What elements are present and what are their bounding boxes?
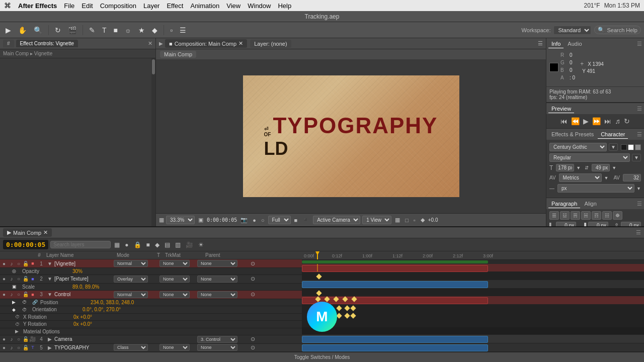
- timeline-tab[interactable]: ▶ Main Comp ✕: [3, 228, 52, 237]
- workspace-select[interactable]: Standard: [553, 26, 591, 35]
- tl-new-comp-btn[interactable]: ▦: [113, 241, 121, 249]
- stroke-swatch2[interactable]: [635, 144, 641, 150]
- tl-color-btn[interactable]: ■: [145, 241, 151, 249]
- stopwatch-icon-ori[interactable]: ⏱: [22, 307, 32, 312]
- tab-audio[interactable]: Audio: [565, 40, 585, 48]
- prev-forward-frame[interactable]: ⏩: [591, 116, 602, 126]
- info-panel-menu-icon[interactable]: ☰: [637, 41, 642, 47]
- char-panel-menu-icon[interactable]: ☰: [637, 131, 642, 138]
- opacity-value[interactable]: 30%: [72, 268, 83, 274]
- solo-icon-1[interactable]: ○: [15, 261, 22, 266]
- lock-icon-2[interactable]: 🔓: [22, 276, 29, 282]
- solo-icon-2[interactable]: ○: [15, 276, 22, 282]
- keyframe-1[interactable]: [316, 274, 321, 280]
- toolbar-rotate-tool[interactable]: ↻: [52, 25, 63, 35]
- viewer-matte-btn[interactable]: ○: [260, 217, 266, 224]
- tab-layer[interactable]: Layer: (none): [250, 40, 291, 48]
- toolbar-align-tool[interactable]: ☰: [177, 25, 189, 35]
- expand-icon-pos[interactable]: ▶: [12, 300, 22, 305]
- parent-select-2[interactable]: None: [197, 276, 237, 283]
- trkmat-select-5[interactable]: None: [159, 344, 190, 351]
- stopwatch-icon-yrot[interactable]: ⏱: [15, 322, 23, 327]
- layer-expand-4[interactable]: ▶: [46, 336, 53, 342]
- keyframe-scale-1[interactable]: [316, 290, 321, 296]
- toolbar-hand-tool[interactable]: ✋: [16, 25, 29, 35]
- tab-info[interactable]: Info: [548, 40, 564, 48]
- layer-mode-select-1[interactable]: Normal: [114, 260, 148, 267]
- orientation-value[interactable]: 0.0°, 0.0°, 270.0°: [83, 307, 121, 312]
- tab-effect-controls[interactable]: Effect Controls: Vignette: [16, 40, 78, 47]
- kf-ori-4b[interactable]: [350, 313, 356, 318]
- close-panel-icon[interactable]: ✕: [148, 40, 152, 47]
- viewer-fit-btn[interactable]: ▣: [197, 216, 205, 224]
- menu-composition[interactable]: Composition: [100, 2, 136, 10]
- menu-effect[interactable]: Effect: [167, 2, 183, 10]
- tab-preview[interactable]: Preview: [548, 105, 574, 113]
- fill-swatch[interactable]: [621, 144, 627, 150]
- tab-character[interactable]: Character: [598, 130, 628, 139]
- menu-aftereffects[interactable]: After Effects: [18, 2, 57, 10]
- font-size-input[interactable]: [556, 164, 574, 171]
- justify-all-btn[interactable]: ☸: [613, 211, 622, 220]
- audio-icon-5[interactable]: ♪: [8, 345, 15, 350]
- visibility-icon-1[interactable]: ●: [0, 261, 8, 266]
- viewer-options-icon[interactable]: ☰: [538, 40, 543, 47]
- toolbar-zoom-tool[interactable]: 🔍: [31, 25, 45, 35]
- kerning-input[interactable]: [623, 174, 641, 182]
- toolbar-camera-tool[interactable]: 🎬: [65, 25, 79, 35]
- visibility-icon-4[interactable]: ●: [0, 336, 8, 342]
- toolbar-puppet-tool[interactable]: ◆: [149, 25, 160, 35]
- comp-tab-close[interactable]: ✕: [238, 40, 243, 47]
- font-select[interactable]: Century Gothic: [549, 143, 607, 151]
- indent-left-input[interactable]: [556, 222, 576, 226]
- visibility-icon-5[interactable]: ●: [0, 345, 8, 350]
- kf-ori-3[interactable]: [336, 313, 342, 318]
- font-style-select[interactable]: Regular: [549, 153, 630, 162]
- layer-mode-select-5[interactable]: Class: [114, 344, 148, 351]
- unit-select[interactable]: px: [557, 184, 634, 193]
- font-size-stepper[interactable]: ▼: [576, 165, 581, 170]
- kf-pos-4b[interactable]: [350, 305, 356, 311]
- kf-3-5[interactable]: [351, 296, 357, 302]
- viewer-render-btn[interactable]: ◾: [301, 216, 311, 224]
- align-right-btn[interactable]: ☴: [571, 211, 580, 220]
- align-center-btn[interactable]: ☳: [560, 211, 570, 220]
- timeline-tab-close[interactable]: ✕: [43, 229, 48, 236]
- lock-icon-5[interactable]: 🔓: [22, 345, 29, 350]
- time-display[interactable]: 0:00:00:05: [3, 240, 48, 249]
- stopwatch-icon-pos[interactable]: ⏱: [22, 300, 32, 305]
- parent-select-4[interactable]: 3. Control: [197, 336, 237, 343]
- parent-select-1[interactable]: None: [197, 260, 237, 267]
- prev-last-frame[interactable]: ⏭: [603, 116, 612, 126]
- justify-last-left-btn[interactable]: ☶: [592, 211, 601, 220]
- viewer-guide-btn[interactable]: □: [404, 217, 410, 224]
- prev-play[interactable]: ▶: [582, 116, 590, 126]
- prev-loop[interactable]: ↻: [623, 116, 631, 126]
- layer-expand-1[interactable]: ▼: [46, 261, 53, 266]
- comp-breadcrumb-tab[interactable]: Main Comp: [160, 51, 196, 58]
- tl-lock-btn[interactable]: 🔒: [132, 241, 143, 249]
- tab-project[interactable]: #: [3, 40, 14, 47]
- search-bar[interactable]: 🔍 Search Help: [594, 26, 641, 34]
- tab-composition[interactable]: ■ Composition: Main Comp ✕: [165, 39, 247, 48]
- tl-guide-btn[interactable]: ▥: [174, 241, 182, 249]
- prev-back-frame[interactable]: ⏪: [570, 116, 581, 126]
- lock-icon-3[interactable]: 🔓: [22, 292, 29, 297]
- trkmat-select-1[interactable]: None: [159, 260, 190, 267]
- toolbar-text-tool[interactable]: T: [100, 25, 109, 35]
- position-value[interactable]: 234.0, 383.0, 248.0: [91, 300, 134, 305]
- leading-input[interactable]: [592, 164, 610, 171]
- prev-audio-toggle[interactable]: ♬: [614, 116, 621, 126]
- toolbar-select-tool[interactable]: ▶: [3, 25, 14, 35]
- viewer-grid-btn[interactable]: ▦: [393, 216, 401, 224]
- visibility-icon-3[interactable]: ●: [0, 292, 8, 297]
- menu-layer[interactable]: Layer: [143, 2, 160, 10]
- playhead[interactable]: [317, 251, 318, 259]
- indent-right-input[interactable]: [588, 222, 608, 226]
- trkmat-select-2[interactable]: None: [159, 276, 190, 283]
- toolbar-stamp-tool[interactable]: ★: [136, 25, 147, 35]
- toolbar-mask-tool[interactable]: ▫: [168, 25, 175, 35]
- quality-select[interactable]: Full: [268, 216, 291, 224]
- expand-icon-mat[interactable]: ▶: [15, 329, 23, 334]
- apple-menu[interactable]: ⌘: [4, 2, 11, 10]
